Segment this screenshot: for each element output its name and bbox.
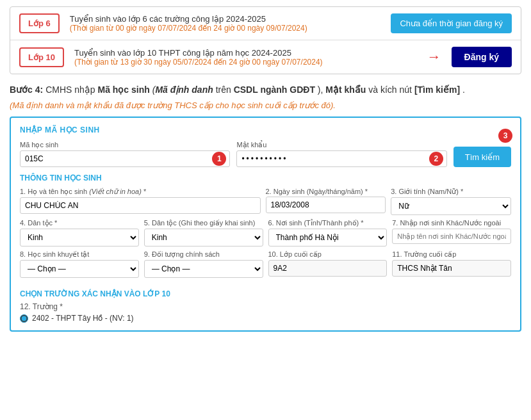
ngay-sinh-label: 2. Ngày sinh (Ngày/tháng/năm) * (266, 188, 386, 195)
dan-toc-gks-group: 5. Dân tộc (Ghi theo giấy khai sinh) Kin… (144, 219, 263, 246)
lop-cuoi-cap-input[interactable] (268, 260, 388, 277)
ma-matkhau-row: Mã học sinh 1 Mật khẩu 2 3 Tìm kiếm (20, 141, 511, 167)
dan-toc-group: 4. Dân tộc * Kinh (20, 219, 139, 246)
ma-hoc-sinh-input[interactable] (20, 150, 230, 167)
truong-radio[interactable] (20, 314, 28, 323)
step4-note: (Mã định danh và mật khẩu đã được trường… (10, 101, 521, 110)
doi-tuong-select[interactable]: — Chọn — (144, 260, 263, 278)
student-row2: 4. Dân tộc * Kinh 5. Dân tộc (Ghi theo g… (20, 219, 511, 246)
ma-hoc-sinh-group: Mã học sinh 1 (20, 141, 230, 167)
gioi-tinh-label: 3. Giới tính (Nam/Nữ) * (391, 188, 511, 196)
truong-label: 12. Trường * (20, 302, 511, 311)
grade10-badge: Lớp 10 (19, 47, 64, 67)
school-section-title: CHỌN TRƯỜNG XÁC NHẬN VÀO LỚP 10 (20, 289, 511, 298)
step4-text4: và kích nút (368, 85, 414, 95)
step4-bold2: CSDL ngành GDĐT (234, 85, 315, 95)
ngay-sinh-group: 2. Ngày sinh (Ngày/tháng/năm) * (266, 188, 386, 215)
dan-toc-label: 4. Dân tộc * (20, 219, 139, 227)
school-selection-section: CHỌN TRƯỜNG XÁC NHẬN VÀO LỚP 10 12. Trườ… (20, 284, 511, 323)
card6-text: Tuyển sinh vào lớp 6 các trường công lập… (70, 14, 391, 33)
noi-sinh-select[interactable]: Thành phố Hà Nội (268, 229, 388, 246)
card10-text: Tuyển sinh vào lớp 10 THPT công lập năm … (74, 48, 427, 67)
student-row3: 8. Học sinh khuyết tật — Chọn — 9. Đối t… (20, 250, 511, 278)
student-row1: 1. Họ và tên học sinh (Viết chữ in hoa) … (20, 188, 511, 215)
ngay-sinh-input[interactable] (266, 197, 386, 213)
ho-ten-input[interactable] (20, 197, 261, 214)
noi-sinh-label: 6. Nơi sinh (Tỉnh/Thành phố) * (268, 219, 388, 227)
doi-tuong-group: 9. Đối tượng chính sách — Chọn — (144, 250, 263, 278)
ho-ten-label: 1. Họ và tên học sinh (Viết chữ in hoa) … (20, 188, 261, 196)
card10-title: Tuyển sinh vào lớp 10 THPT công lập năm … (74, 48, 427, 58)
step4-text1: CMHS nhập (45, 85, 97, 95)
step4-instruction: Bước 4: CMHS nhập Mã học sinh (Mã định d… (10, 83, 521, 97)
enrollment-cards: Lớp 6 Tuyển sinh vào lớp 6 các trường cô… (10, 6, 521, 74)
khuyet-tat-select[interactable]: — Chọn — (20, 260, 139, 278)
truong-cuoi-cap-input[interactable] (392, 260, 511, 277)
ho-ten-group: 1. Họ và tên học sinh (Viết chữ in hoa) … (20, 188, 261, 215)
step4-label: Bước 4: (10, 85, 43, 95)
khuyet-tat-label: 8. Học sinh khuyết tật (20, 250, 139, 259)
truong-value: 2402 - THPT Tây Hồ - (NV: 1) (32, 314, 134, 323)
step4-bold3: Mật khẩu (325, 85, 366, 95)
step4-italic1: (Mã định danh (152, 85, 213, 95)
timkiem-group: 3 Tìm kiếm (453, 147, 511, 167)
card10-action: → Đăng ký (427, 47, 512, 67)
step4-text3: ), (318, 85, 325, 95)
arrow-right-icon: → (427, 49, 441, 65)
mat-khau-group: Mật khẩu 2 (236, 141, 446, 167)
card10-time: (Thời gian từ 13 giờ 30 ngày 05/07/2024 … (74, 58, 427, 67)
grade6-badge: Lớp 6 (19, 13, 60, 33)
dan-toc-gks-select[interactable]: Kinh (144, 229, 263, 246)
lop-cuoi-cap-label: 10. Lớp cuối cấp (268, 250, 388, 259)
lop-cuoi-cap-group: 10. Lớp cuối cấp (268, 250, 388, 278)
truong-cuoi-cap-label: 11. Trường cuối cấp (392, 250, 511, 259)
card6-action: Chưa đến thời gian đăng ký (391, 13, 512, 33)
circle-3-badge: 3 (498, 129, 512, 143)
noi-sinh-khac-label: 7. Nhập nơi sinh Khác/Nước ngoài (392, 219, 511, 227)
card6-time: (Thời gian từ 00 giờ ngày 07/07/2024 đến… (70, 24, 391, 33)
ma-hoc-sinh-label: Mã học sinh (20, 141, 230, 149)
doi-tuong-label: 9. Đối tượng chính sách (144, 250, 263, 259)
form-section-header: NHẬP MÃ HỌC SINH (20, 125, 511, 134)
dangky-button[interactable]: Đăng ký (452, 47, 512, 67)
gioi-tinh-select[interactable]: Nữ Nam (391, 197, 511, 215)
dan-toc-select[interactable]: Kinh (20, 229, 139, 246)
dan-toc-gks-label: 5. Dân tộc (Ghi theo giấy khai sinh) (144, 219, 263, 227)
khuyet-tat-group: 8. Học sinh khuyết tật — Chọn — (20, 250, 139, 278)
mat-khau-input[interactable] (236, 150, 446, 167)
step4-text2: trên (216, 85, 234, 95)
circle-1-badge: 1 (212, 152, 226, 166)
step4-text5: . (462, 85, 465, 95)
step4-bold1: Mã học sinh (97, 85, 149, 95)
main-form-section: NHẬP MÃ HỌC SINH Mã học sinh 1 Mật khẩu … (10, 117, 521, 332)
truong-cuoi-cap-group: 11. Trường cuối cấp (392, 250, 511, 278)
school-radio-row: 2402 - THPT Tây Hồ - (NV: 1) (20, 314, 511, 323)
gioi-tinh-group: 3. Giới tính (Nam/Nữ) * Nữ Nam (391, 188, 511, 215)
lop6-card: Lớp 6 Tuyển sinh vào lớp 6 các trường cô… (10, 7, 521, 40)
noi-sinh-khac-input[interactable] (392, 229, 511, 244)
noi-sinh-group: 6. Nơi sinh (Tỉnh/Thành phố) * Thành phố… (268, 219, 388, 246)
noi-sinh-khac-group: 7. Nhập nơi sinh Khác/Nước ngoài (392, 219, 511, 246)
mat-khau-label: Mật khẩu (236, 141, 446, 149)
card6-title: Tuyển sinh vào lớp 6 các trường công lập… (70, 14, 391, 24)
lop10-card: Lớp 10 Tuyển sinh vào lớp 10 THPT công l… (10, 40, 521, 74)
student-info-title: THÔNG TIN HỌC SINH (20, 174, 511, 182)
step4-bold4: [Tìm kiếm] (414, 85, 460, 95)
circle-2-badge: 2 (429, 152, 443, 166)
timkiem-button[interactable]: Tìm kiếm (453, 147, 511, 167)
chua-dangky-button[interactable]: Chưa đến thời gian đăng ký (391, 13, 512, 33)
